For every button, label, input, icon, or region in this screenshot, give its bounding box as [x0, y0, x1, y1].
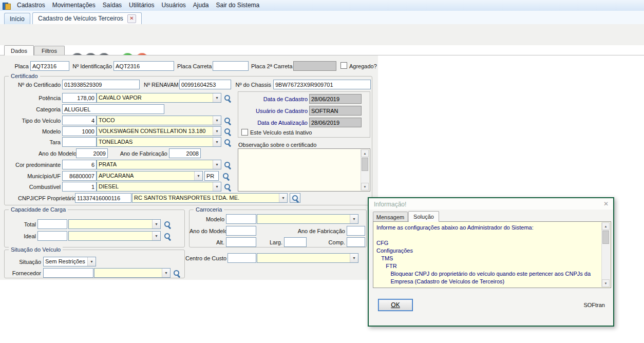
modelo-code-input[interactable] — [62, 126, 97, 136]
tipo-veiculo-search-icon[interactable] — [223, 117, 232, 125]
capacidade-ideal-combo[interactable]: ▾ — [68, 231, 161, 241]
agregado-checkbox[interactable] — [340, 62, 347, 69]
menu-item-movimentacoes[interactable]: Movimentações — [49, 0, 99, 11]
cor-combo[interactable]: PRATA ▾ — [97, 160, 221, 169]
combustivel-search-icon[interactable] — [223, 183, 232, 191]
menu-item-utilitarios[interactable]: Utilitários — [125, 0, 158, 11]
tab-filtros[interactable]: Filtros — [34, 46, 65, 55]
certificado-group-caption: Certificado — [9, 73, 40, 79]
observacao-scrollbar[interactable]: ▲ ▼ — [361, 149, 369, 190]
chevron-down-icon[interactable]: ▾ — [162, 269, 170, 277]
tara-combo[interactable]: TONELADAS ▾ — [97, 137, 221, 147]
tab-dados[interactable]: Dados — [4, 45, 34, 55]
tab-cadastro-veiculos-terceiros[interactable]: Cadastro de Veículos Terceiros ✕ — [32, 12, 142, 24]
capacidade-ideal-search-icon[interactable] — [163, 232, 172, 240]
situacao-combo[interactable]: Sem Restrições ▾ — [43, 257, 96, 266]
ok-button[interactable]: OK — [378, 299, 413, 311]
identificacao-input[interactable] — [113, 61, 174, 71]
chevron-down-icon[interactable]: ▾ — [87, 257, 96, 266]
municipio-combo[interactable]: APUCARANA ▾ — [97, 171, 203, 181]
carroceria-modelo-combo[interactable]: ▾ — [257, 214, 358, 224]
chevron-down-icon[interactable]: ▾ — [152, 232, 160, 240]
chevron-down-icon[interactable]: ▾ — [213, 160, 221, 169]
scroll-up-icon[interactable]: ▲ — [361, 149, 369, 157]
capacidade-total-search-icon[interactable] — [163, 220, 172, 228]
categoria-input[interactable] — [62, 104, 164, 114]
menu-item-sair[interactable]: Sair do Sistema — [213, 0, 263, 11]
uf-input[interactable] — [204, 171, 219, 181]
scroll-down-icon[interactable]: ▼ — [602, 279, 610, 287]
cor-code-input[interactable] — [62, 160, 97, 169]
placa-carreta-input[interactable] — [213, 61, 249, 71]
carroceria-alt-input[interactable] — [226, 237, 256, 247]
scroll-down-icon[interactable]: ▼ — [361, 183, 369, 190]
proprietario-cnpj-input[interactable] — [75, 193, 131, 203]
tab-inicio[interactable]: Início — [4, 13, 30, 24]
chevron-down-icon[interactable]: ▾ — [213, 138, 221, 146]
scroll-thumb[interactable] — [602, 231, 609, 244]
tara-search-icon[interactable] — [223, 138, 232, 146]
tipo-veiculo-combo[interactable]: TOCO ▾ — [97, 116, 221, 125]
dialog-close-icon[interactable]: ✕ — [603, 200, 609, 207]
centro-custo-input[interactable] — [228, 253, 256, 263]
carroceria-larg-input[interactable] — [284, 237, 307, 247]
chevron-down-icon[interactable]: ▾ — [213, 127, 221, 136]
observacao-textarea[interactable]: ▲ ▼ — [238, 148, 370, 192]
chevron-down-icon[interactable]: ▾ — [279, 194, 287, 202]
proprietario-combo[interactable]: RC SANTOS TRANSPORTES LTDA. ME. ▾ — [132, 193, 288, 203]
chevron-down-icon[interactable]: ▾ — [213, 116, 221, 125]
chevron-down-icon[interactable]: ▾ — [152, 220, 160, 228]
chevron-down-icon[interactable]: ▾ — [350, 215, 358, 223]
capacidade-total-combo[interactable]: ▾ — [68, 219, 161, 229]
dialog-tab-solucao[interactable]: Solução — [408, 211, 439, 222]
carroceria-modelo-input[interactable] — [226, 214, 256, 224]
potencia-code-input[interactable] — [62, 93, 97, 103]
renavam-input[interactable] — [179, 80, 231, 89]
scroll-thumb[interactable] — [362, 158, 368, 171]
ano-modelo-input[interactable] — [76, 148, 108, 158]
num-certificado-input[interactable] — [62, 80, 140, 89]
carroceria-comp-input[interactable] — [347, 237, 365, 247]
chevron-down-icon[interactable]: ▾ — [213, 182, 221, 191]
cor-search-icon[interactable] — [223, 161, 232, 169]
fornecedor-combo[interactable]: ▾ — [94, 268, 171, 278]
municipio-search-icon[interactable] — [222, 172, 230, 180]
dialog-scrollbar[interactable]: ▲ ▼ — [601, 222, 610, 287]
placa-label: Placa — [9, 63, 29, 70]
potencia-combo[interactable]: CAVALO VAPOR ▾ — [97, 93, 221, 103]
menu-item-saidas[interactable]: Saídas — [99, 0, 125, 11]
combustivel-combo[interactable]: DIESEL ▾ — [97, 182, 221, 192]
inativo-label: Este Veículo está Inativo — [250, 129, 312, 136]
tab-close-icon[interactable]: ✕ — [127, 14, 136, 23]
num-certificado-label: Nº do Certificado — [15, 82, 61, 88]
centro-custo-combo[interactable]: ▾ — [257, 253, 358, 263]
capacidade-total-input[interactable] — [37, 219, 67, 229]
scroll-up-icon[interactable]: ▲ — [602, 222, 610, 230]
dialog-tab-mensagem[interactable]: Mensagem — [373, 212, 408, 222]
ano-fabricacao-input[interactable] — [169, 148, 201, 158]
placa-input[interactable] — [30, 61, 69, 71]
modelo-search-icon[interactable] — [223, 127, 232, 136]
municipio-code-input[interactable] — [62, 171, 97, 181]
potencia-search-icon[interactable] — [223, 94, 232, 102]
fornecedor-code-input[interactable] — [43, 268, 93, 278]
combustivel-code-input[interactable] — [62, 182, 97, 192]
menu-item-usuarios[interactable]: Usuários — [158, 0, 189, 11]
carroceria-ano-fabricacao-input[interactable] — [347, 226, 365, 236]
proprietario-search-button[interactable] — [290, 193, 300, 203]
tipo-veiculo-code-input[interactable] — [62, 116, 97, 125]
chevron-down-icon[interactable]: ▾ — [213, 93, 221, 102]
cor-combo-value: PRATA — [97, 160, 213, 169]
tara-code-input[interactable] — [62, 137, 97, 147]
fornecedor-search-icon[interactable] — [173, 269, 181, 277]
modelo-combo[interactable]: VOLKSWAGEN CONSTELLATION 13.180 ▾ — [97, 126, 221, 136]
chassis-input[interactable] — [273, 80, 371, 89]
menu-item-ajuda[interactable]: Ajuda — [190, 0, 213, 11]
chevron-down-icon[interactable]: ▾ — [350, 254, 358, 262]
carroceria-ano-modelo-input[interactable] — [226, 226, 256, 236]
inativo-checkbox[interactable] — [241, 129, 248, 136]
menu-item-cadastros[interactable]: Cadastros — [13, 0, 49, 11]
capacidade-ideal-input[interactable] — [37, 231, 67, 241]
chevron-down-icon[interactable]: ▾ — [194, 172, 202, 180]
combustivel-combo-value: DIESEL — [97, 182, 213, 191]
